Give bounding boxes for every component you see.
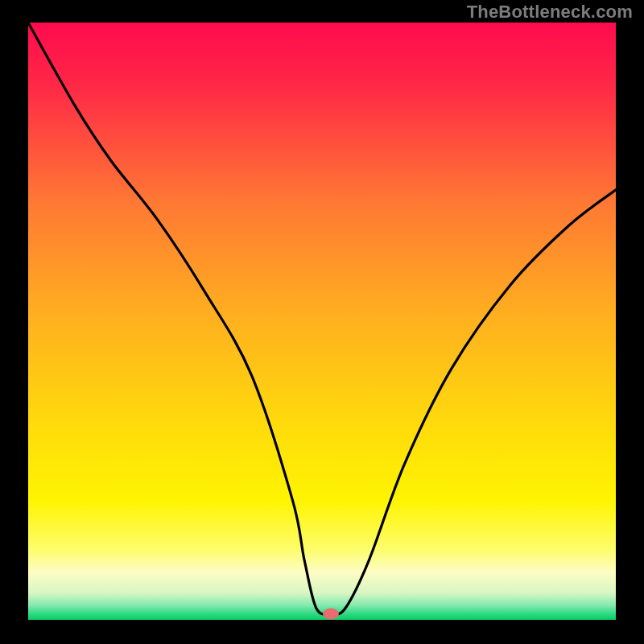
bottleneck-chart	[0, 0, 644, 644]
optimal-point-marker	[323, 609, 339, 620]
watermark-text: TheBottleneck.com	[467, 2, 633, 23]
chart-frame: TheBottleneck.com	[0, 0, 644, 644]
gradient-background	[28, 23, 616, 620]
